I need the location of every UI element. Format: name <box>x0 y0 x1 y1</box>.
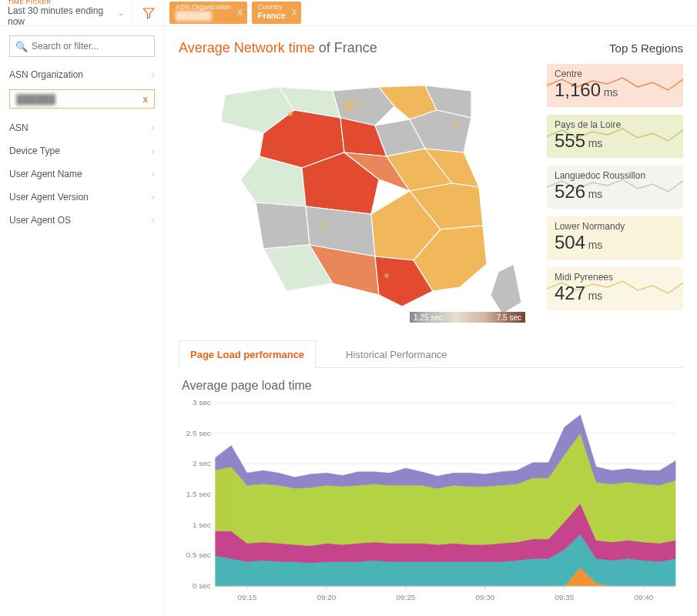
svg-text:0.5 sec: 0.5 sec <box>186 551 211 559</box>
facet-selected-value[interactable]: ██████x <box>9 89 155 109</box>
time-picker-label: TIME PICKER <box>8 0 118 5</box>
top-regions-list: Centre1,160 msPays de la Loire555 msLang… <box>547 64 683 326</box>
chevron-right-icon: › <box>152 69 155 80</box>
chevron-right-icon: › <box>152 146 155 156</box>
chevron-right-icon: › <box>152 169 155 179</box>
facet-row[interactable]: ASN Organization› <box>9 63 155 86</box>
chevron-right-icon: › <box>152 215 155 226</box>
time-picker[interactable]: TIME PICKER Last 30 minutes ending now ⌄ <box>0 0 132 25</box>
remove-icon[interactable]: x <box>143 93 149 105</box>
chevron-down-icon: ⌄ <box>118 8 124 17</box>
svg-text:09:25: 09:25 <box>396 593 415 601</box>
region-card[interactable]: Pays de la Loire555 ms <box>547 115 683 158</box>
chevron-right-icon: › <box>152 192 155 203</box>
filter-chips: ASN Organization██████XCountryFranceX <box>165 0 697 25</box>
svg-text:0 sec: 0 sec <box>193 581 211 590</box>
region-card[interactable]: Languedoc Roussillon526 ms <box>547 166 683 209</box>
search-input[interactable] <box>9 35 155 57</box>
svg-text:09:15: 09:15 <box>237 593 256 601</box>
region-card[interactable]: Centre1,160 ms <box>547 64 683 107</box>
svg-text:09:35: 09:35 <box>555 593 574 601</box>
pageload-chart[interactable]: 0 sec0.5 sec1 sec1.5 sec2 sec2.5 sec3 se… <box>179 397 683 605</box>
svg-point-4 <box>454 123 458 128</box>
svg-text:09:40: 09:40 <box>634 593 653 601</box>
svg-text:2 sec: 2 sec <box>193 459 211 467</box>
close-icon[interactable]: X <box>237 8 243 17</box>
svg-point-7 <box>384 273 389 278</box>
region-card[interactable]: Lower Normandy504 ms <box>547 216 683 259</box>
top-regions-title: Top 5 Regions <box>609 42 683 55</box>
svg-text:09:30: 09:30 <box>475 593 494 601</box>
svg-text:2.5 sec: 2.5 sec <box>186 429 211 437</box>
facet-list: ASN Organization›██████xASN›Device Type›… <box>0 63 164 232</box>
search-icon: 🔍 <box>15 41 28 52</box>
facet-row[interactable]: User Agent Name› <box>9 162 155 186</box>
content: Average Network time of France Top 5 Reg… <box>165 26 697 616</box>
svg-point-3 <box>415 100 420 105</box>
svg-text:1.5 sec: 1.5 sec <box>186 490 211 498</box>
svg-text:1 sec: 1 sec <box>193 521 211 529</box>
tabs: Page Load performanceHistorical Performa… <box>179 340 683 368</box>
filter-chip[interactable]: ASN Organization██████X <box>169 2 247 23</box>
funnel-icon <box>142 6 156 20</box>
close-icon[interactable]: X <box>292 8 297 17</box>
filter-icon-button[interactable] <box>132 0 165 25</box>
svg-point-2 <box>288 112 293 116</box>
facet-row[interactable]: ASN› <box>9 116 155 139</box>
svg-point-6 <box>431 208 435 213</box>
tab[interactable]: Page Load performance <box>179 340 316 368</box>
map-legend: 1.25 sec 7.5 sec <box>410 312 525 323</box>
svg-text:09:20: 09:20 <box>317 593 336 601</box>
sidebar: 🔍 ASN Organization›██████xASN›Device Typ… <box>0 26 165 616</box>
filter-chip[interactable]: CountryFranceX <box>252 2 302 23</box>
facet-row[interactable]: User Agent OS› <box>9 209 155 232</box>
svg-point-5 <box>319 223 323 228</box>
map-title: Average Network time of France <box>179 40 377 56</box>
tab[interactable]: Historical Performance <box>334 340 459 368</box>
svg-point-1 <box>344 96 360 112</box>
facet-row[interactable]: Device Type› <box>9 139 155 162</box>
map-france[interactable]: 1.25 sec 7.5 sec <box>179 64 533 326</box>
chart-title: Average page load time <box>182 379 683 393</box>
time-picker-value: Last 30 minutes ending now <box>8 5 118 27</box>
svg-text:3 sec: 3 sec <box>193 398 211 407</box>
chevron-right-icon: › <box>152 122 155 133</box>
region-card[interactable]: Midi Pyrenees427 ms <box>547 267 683 310</box>
facet-row[interactable]: User Agent Version› <box>9 186 155 209</box>
